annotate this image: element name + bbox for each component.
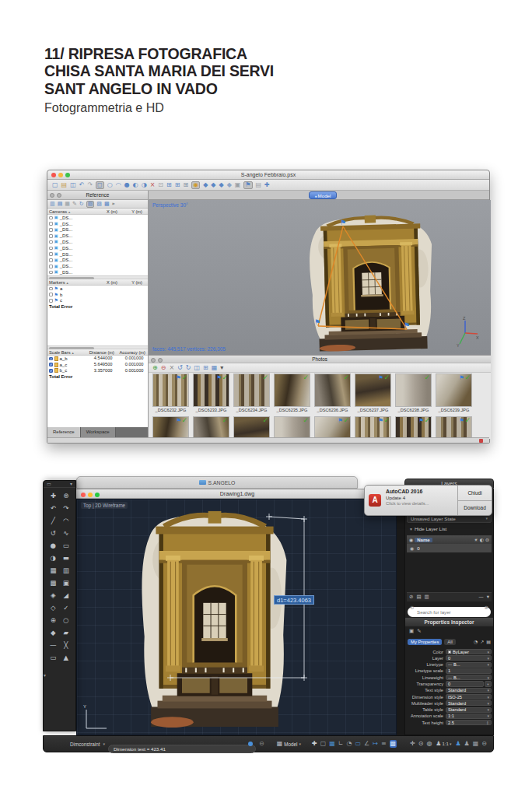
menu-icon[interactable]: ▤ xyxy=(486,640,491,644)
scale-tool-icon[interactable]: ◇ xyxy=(51,605,56,612)
move-icon[interactable]: ✚ xyxy=(264,182,270,188)
transparency-dropdown-icon[interactable]: ▾ xyxy=(485,681,492,686)
show-markers-icon[interactable]: ⚑ xyxy=(243,181,252,189)
infer-constraints-icon[interactable]: ✚ xyxy=(312,741,317,747)
tool-sets-header[interactable]: ▭ ▾ xyxy=(44,481,75,488)
marker-checkbox[interactable] xyxy=(49,293,53,296)
open-folder-icon[interactable]: ▤ xyxy=(61,182,68,188)
autocad-titlebar[interactable]: Drawing1.dwg xyxy=(70,489,404,499)
camera-row[interactable]: ▣_DS... xyxy=(47,251,148,258)
finder-titlebar[interactable]: S.ANGELO xyxy=(76,476,358,489)
text-tool-icon[interactable]: ▭ xyxy=(50,654,56,661)
marker-row[interactable]: ⚑b xyxy=(47,292,148,298)
edit-properties-icon[interactable]: ✎ xyxy=(417,629,421,634)
panel-close-icon[interactable] xyxy=(50,193,54,198)
marker-row[interactable]: ⚑a xyxy=(47,286,148,292)
tab-my-properties[interactable]: My Properties xyxy=(408,639,442,645)
photo-thumbnail[interactable]: ⚑✓ xyxy=(152,373,189,407)
lineweight-display-icon[interactable]: ▩ xyxy=(390,740,397,748)
zoom-window-icon[interactable] xyxy=(65,173,70,177)
region-tool-icon[interactable]: ▥ xyxy=(63,567,69,574)
pan-icon[interactable]: ✛ xyxy=(410,741,415,747)
close-window-icon[interactable] xyxy=(51,173,56,177)
command-hint-icon[interactable] xyxy=(248,742,253,746)
navigation-icon[interactable]: ◆ xyxy=(211,182,215,188)
hatch-tool-icon[interactable]: ▦ xyxy=(50,567,56,574)
workspace-icon[interactable]: ▦ xyxy=(473,741,479,747)
isolate-layer-icon[interactable]: ⊘ xyxy=(409,594,413,600)
remove-photo-icon[interactable]: × xyxy=(169,365,174,371)
enable-photo-icon[interactable]: ⊕ xyxy=(152,365,158,371)
camera-checkbox[interactable] xyxy=(49,247,53,251)
crop-icon[interactable]: ⊡ xyxy=(158,182,163,188)
check-tool-icon[interactable]: ✓ xyxy=(63,605,68,612)
zoom-window-icon[interactable] xyxy=(95,493,100,497)
line-tool-icon[interactable]: ╱ xyxy=(51,517,55,524)
minus-icon[interactable]: — xyxy=(478,594,484,600)
new-group-icon[interactable]: ▤ xyxy=(416,594,421,600)
photos-panel-header[interactable]: Photos xyxy=(149,356,491,363)
ellipse-select-icon[interactable]: ○ xyxy=(107,182,113,188)
property-value-field[interactable]: 1:1▾ xyxy=(446,714,492,719)
ortho-icon[interactable]: ∟ xyxy=(338,741,344,747)
cameras-header[interactable]: Cameras▴ X (m) Y (m) xyxy=(47,209,148,215)
photo-thumbnail[interactable]: ⚑✓ xyxy=(314,416,351,439)
layer-search-input[interactable] xyxy=(408,607,491,617)
property-value-field[interactable]: —B...▾ xyxy=(446,662,492,668)
camera-checkbox[interactable] xyxy=(49,271,53,275)
camera-checkbox[interactable] xyxy=(49,222,53,226)
more-tools-icon[interactable]: ▾ xyxy=(44,673,46,678)
rotate-left-icon[interactable]: ↺ xyxy=(177,365,183,371)
fill-tool-icon[interactable]: ▩ xyxy=(50,580,56,587)
import-icon[interactable]: ▥ xyxy=(50,202,55,207)
minimize-window-icon[interactable] xyxy=(88,493,93,497)
property-value-field[interactable]: Standard▾ xyxy=(446,688,492,693)
property-value-field[interactable]: ISO-25▾ xyxy=(446,694,492,700)
camera-row[interactable]: ▣_DS... xyxy=(47,227,148,233)
reference-panel-header[interactable]: Reference xyxy=(47,191,149,200)
property-value-field[interactable]: Standard▾ xyxy=(446,707,492,713)
console-indicator-icon[interactable] xyxy=(479,439,483,443)
disable-photo-icon[interactable]: ⊖ xyxy=(161,365,166,371)
scalebar-row[interactable]: ✓b_c3.3570000.001000 xyxy=(47,368,148,374)
otrack-icon[interactable]: ∠ xyxy=(364,741,369,747)
photo-thumbnail[interactable]: ⚑✓ xyxy=(395,416,432,439)
collapse-icon[interactable]: ⊖ xyxy=(481,741,487,747)
view-mode-icon[interactable]: ▦ xyxy=(212,365,218,371)
orbit-icon[interactable]: ◍ xyxy=(426,741,432,747)
match-properties-icon[interactable]: ◔ xyxy=(474,640,478,644)
camera-checkbox[interactable] xyxy=(49,252,53,256)
annotation-scale-button[interactable]: ♟ 1:1 ▾ xyxy=(436,741,451,747)
property-value-field[interactable]: 0▾ xyxy=(446,655,492,661)
annotation-auto-icon[interactable]: ♟ xyxy=(455,741,460,747)
collapse-command-icon[interactable]: ⊖ xyxy=(259,741,264,747)
overflow-icon[interactable]: » xyxy=(112,202,115,207)
measure-tool-icon[interactable]: ╳ xyxy=(64,642,68,649)
align-photos-icon[interactable]: ⊞ xyxy=(166,182,172,188)
close-notification-button[interactable]: Chiudi xyxy=(458,486,492,500)
polar-icon[interactable]: ◔ xyxy=(346,741,352,747)
photo-thumbnail[interactable]: ⚑✓ xyxy=(436,416,472,439)
panel-close-icon[interactable] xyxy=(151,358,156,363)
freeze-icon[interactable]: ◐ xyxy=(480,538,484,542)
rotate-tool-icon[interactable]: ◢ xyxy=(63,592,68,599)
rect-select-icon[interactable]: ◻ xyxy=(96,181,104,189)
redo-icon[interactable]: ↷ xyxy=(87,182,93,188)
drawing-canvas[interactable]: d1=423.4063 Top | 2D Wireframe Y xyxy=(76,499,397,735)
photo-thumbnail[interactable]: ✓ xyxy=(233,416,270,439)
fillet-tool-icon[interactable]: ◆ xyxy=(51,629,56,636)
arc-tool-icon[interactable]: ◠ xyxy=(63,517,68,524)
show-images-icon[interactable]: ▣ xyxy=(235,182,241,188)
print-icon[interactable]: ▤ xyxy=(256,182,262,188)
marker-checkbox[interactable] xyxy=(49,287,53,291)
build-mesh-icon[interactable]: ⊞ xyxy=(183,182,188,188)
rotate-sphere-icon[interactable]: ◑ xyxy=(142,182,147,188)
panel-float-icon[interactable] xyxy=(158,358,163,363)
new-document-icon[interactable]: ▢ xyxy=(52,182,58,188)
property-value-field[interactable]: 2.5↕ xyxy=(446,720,492,725)
block-tool-icon[interactable]: ▣ xyxy=(63,580,69,587)
rotate-sphere-icon[interactable]: ◐ xyxy=(133,182,138,188)
delete-group-icon[interactable]: ▥ xyxy=(425,594,429,600)
annotation-visibility-icon[interactable]: ♟ xyxy=(464,741,470,747)
export-icon[interactable]: ▤ xyxy=(58,202,63,207)
